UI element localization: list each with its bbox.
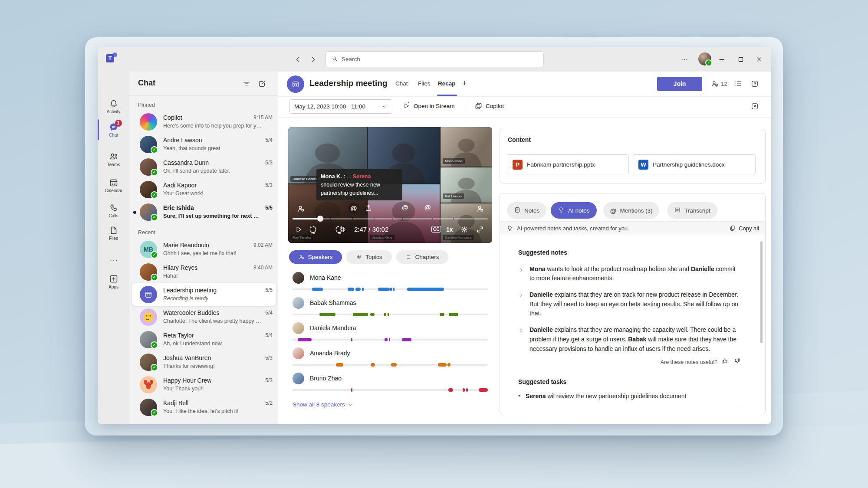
speech-segment[interactable] — [390, 288, 392, 291]
agenda-icon[interactable] — [734, 79, 743, 88]
video-player[interactable]: Danielle BookerMona KaneKat LarsonRay Ta… — [288, 127, 492, 243]
rail-item-files[interactable]: Files — [98, 225, 129, 241]
open-in-window-icon[interactable] — [750, 102, 759, 111]
chat-list-item[interactable]: ✓Eric IshidaSure, I'll set up something … — [129, 201, 278, 223]
speech-segment[interactable] — [336, 363, 343, 367]
chat-list-item[interactable]: CopilotHere's some info to help you prep… — [129, 111, 278, 133]
add-tab-button[interactable]: + — [462, 79, 467, 88]
rail-item-apps[interactable]: Apps — [98, 274, 129, 289]
speech-segment[interactable] — [393, 288, 395, 291]
rewind-10-icon[interactable]: 10 — [308, 228, 318, 236]
volume-icon[interactable] — [339, 225, 348, 234]
rail-item-calendar[interactable]: Calendar — [98, 177, 129, 193]
speech-segment[interactable] — [355, 288, 361, 291]
suggested-note[interactable]: Mona wants to look at the product roadma… — [518, 265, 741, 283]
suggested-note[interactable]: Danielle explains that they are managing… — [518, 325, 741, 354]
playback-speed[interactable]: 1x — [446, 226, 453, 233]
speech-segment[interactable] — [389, 338, 390, 341]
chat-list-item[interactable]: ✓Joshua VanBurenThanks for reviewing!5/3 — [129, 351, 278, 373]
chat-list-item[interactable]: Leadership meetingRecording is ready5/5 — [129, 283, 278, 306]
filter-chapters[interactable]: Chapters — [396, 250, 448, 264]
chevron-right-icon[interactable] — [518, 327, 524, 354]
chevron-right-icon[interactable] — [518, 266, 524, 283]
speaker-timeline[interactable] — [293, 364, 488, 366]
copilot-button[interactable]: Copilot — [474, 102, 504, 110]
thumbs-up-icon[interactable] — [721, 357, 729, 367]
speaker-timeline[interactable] — [293, 314, 488, 315]
search-input[interactable]: Search — [326, 51, 544, 67]
chevron-right-icon[interactable] — [518, 292, 524, 318]
speech-segment[interactable] — [362, 288, 364, 291]
open-in-window-icon[interactable] — [750, 79, 759, 88]
chat-list-item[interactable]: ✓Hilary ReyesHaha!8:40 AM — [129, 261, 278, 283]
rail-item-calls[interactable]: Calls — [98, 203, 129, 218]
speaker-timeline[interactable] — [293, 389, 488, 391]
speech-segment[interactable] — [463, 388, 465, 392]
speech-segment[interactable] — [351, 338, 352, 341]
more-options-icon[interactable] — [680, 55, 689, 64]
speech-segment[interactable] — [448, 388, 453, 392]
seek-handle[interactable] — [317, 216, 323, 222]
speaker-timeline[interactable] — [293, 339, 488, 341]
notes-tab-notes[interactable]: Notes — [507, 202, 546, 219]
maximize-button[interactable] — [736, 55, 745, 64]
mention-icon[interactable]: @ — [424, 203, 431, 211]
speech-segment[interactable] — [402, 338, 411, 341]
speech-segment[interactable] — [298, 338, 312, 341]
mention-icon[interactable]: @ — [348, 202, 359, 213]
rail-item-activity[interactable]: Activity — [98, 98, 129, 114]
speech-segment[interactable] — [378, 288, 390, 291]
chat-list-item[interactable]: ✓Andre LawsonYeah, that sounds great5/4 — [129, 133, 278, 156]
tab-recap[interactable]: Recap — [438, 80, 456, 87]
chat-list-item[interactable]: MB✓Marie BeaudouinOhhh I see, yes let me… — [129, 238, 278, 261]
filter-icon[interactable] — [242, 79, 251, 88]
speech-segment[interactable] — [312, 288, 323, 291]
suggested-task[interactable]: •Serena wil review the new partnership g… — [518, 392, 741, 407]
rail-item-more[interactable] — [98, 255, 129, 266]
seek-bar[interactable] — [293, 218, 488, 219]
share-icon[interactable] — [364, 203, 373, 214]
suggested-note[interactable]: Danielle explains that they are on track… — [518, 290, 741, 318]
notes-tab-ai-notes[interactable]: AI notes — [551, 202, 597, 219]
rail-item-teams[interactable]: Teams — [98, 151, 129, 167]
speech-segment[interactable] — [449, 313, 458, 316]
person-add-icon[interactable] — [296, 204, 305, 215]
speech-segment[interactable] — [440, 313, 444, 316]
speech-segment[interactable] — [438, 363, 447, 367]
speech-segment[interactable] — [385, 338, 388, 341]
speech-segment[interactable] — [353, 313, 368, 316]
filter-topics[interactable]: Topics — [346, 250, 392, 264]
notes-tab-mentions-3-[interactable]: @Mentions (3) — [603, 202, 660, 219]
minimize-button[interactable] — [717, 55, 726, 64]
back-icon[interactable] — [294, 55, 302, 64]
speech-segment[interactable] — [319, 313, 335, 316]
person-add-icon[interactable] — [476, 204, 484, 215]
chat-list-item[interactable]: ✓Reta TaylorAh, ok I understand now.5/4 — [129, 328, 278, 351]
user-avatar[interactable]: ✓ — [698, 52, 711, 66]
chat-list-item[interactable]: Happy Hour CrewYou: Thank you!!5/3 — [129, 373, 278, 396]
chat-list-item[interactable]: ✓Aadi KapoorYou: Great work!5/3 — [129, 178, 278, 201]
fullscreen-icon[interactable] — [476, 225, 484, 234]
join-button[interactable]: Join — [657, 77, 702, 91]
speech-segment[interactable] — [348, 288, 354, 291]
play-icon[interactable] — [294, 225, 303, 234]
close-button[interactable] — [755, 55, 763, 64]
open-in-stream-button[interactable]: Open in Stream — [403, 102, 455, 110]
speech-segment[interactable] — [407, 288, 444, 291]
speech-segment[interactable] — [388, 313, 389, 316]
filter-speakers[interactable]: Speakers — [289, 250, 342, 264]
tab-chat[interactable]: Chat — [395, 80, 408, 87]
show-all-speakers-link[interactable]: Show all 8 speakers — [293, 401, 354, 408]
notes-tab-transcript[interactable]: Transcript — [667, 202, 717, 219]
speech-segment[interactable] — [391, 363, 397, 367]
settings-icon[interactable] — [460, 225, 469, 234]
speech-segment[interactable] — [371, 363, 375, 367]
chat-list-item[interactable]: ✓Cassandra DunnOk. I'll send an update l… — [129, 156, 278, 178]
speaker-timeline[interactable] — [293, 288, 488, 290]
new-chat-icon[interactable] — [258, 79, 266, 88]
rail-item-chat[interactable]: 1Chat — [98, 122, 129, 138]
tab-files[interactable]: Files — [418, 80, 431, 87]
speech-segment[interactable] — [384, 313, 386, 316]
speech-segment[interactable] — [479, 388, 488, 392]
file-chip[interactable]: WPartnership guidelines.docx — [633, 154, 756, 174]
